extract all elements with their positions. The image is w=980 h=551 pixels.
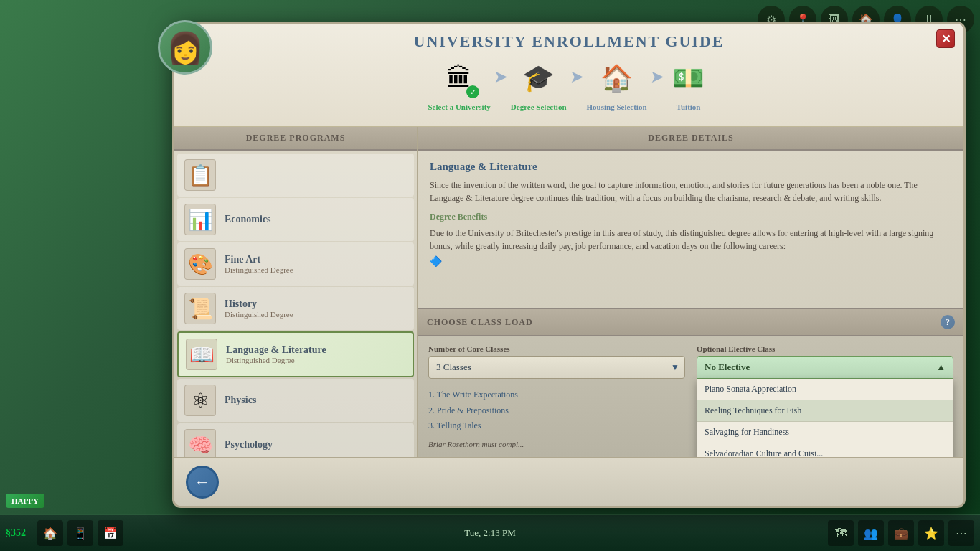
degree-psychology-name: Psychology <box>225 439 273 451</box>
step-tuition-icon: 💵 <box>667 57 710 100</box>
dialog-title: University Enrollment Guide <box>189 32 949 51</box>
degree-item-language-literature[interactable]: 📖 Language & Literature Distinguished De… <box>177 331 414 377</box>
taskbar-map-icon[interactable]: 🗺 <box>828 520 854 546</box>
step-tuition-label: Tuition <box>677 103 701 111</box>
back-button[interactable]: ← <box>186 466 219 499</box>
money-display: §352 <box>6 527 26 539</box>
elective-dropdown-container: No Elective ▲ Piano Sonata Appreciation … <box>697 356 953 379</box>
degree-item-physics[interactable]: ⚛ Physics <box>177 379 414 422</box>
mood-badge: HAPPY <box>6 494 44 508</box>
help-button[interactable]: ? <box>941 315 955 329</box>
step-select-university[interactable]: 🏛 ✓ Select a University <box>428 57 490 111</box>
degree-economics-name: Economics <box>225 214 271 225</box>
class-load-section: Choose Class Load ? Number of Core Class… <box>418 308 963 457</box>
avatar: 👩 <box>158 20 212 75</box>
step-university-icon: 🏛 ✓ <box>438 57 481 100</box>
elective-dropdown-selected[interactable]: No Elective ▲ <box>697 356 953 379</box>
step-housing[interactable]: 🏠 Housing Selection <box>587 57 647 111</box>
degree-benefits-text: Due to the University of Britechester's … <box>430 227 952 253</box>
step-check-icon: ✓ <box>466 85 479 98</box>
step-arrow-2: ➤ <box>570 67 584 87</box>
taskbar-social-icon[interactable]: 👥 <box>858 520 884 546</box>
taskbar: §352 🏠 📱 📅 Tue, 2:13 PM 🗺 👥 💼 ⭐ ⋯ <box>0 514 980 551</box>
elective-group: Optional Elective Class No Elective ▲ Pi… <box>697 344 953 379</box>
step-arrow-3: ➤ <box>650 67 664 87</box>
degree-item-unknown[interactable]: 📋 <box>177 154 414 197</box>
elective-arrow-up-icon: ▲ <box>936 362 946 373</box>
degree-detail-description: Since the invention of the written word,… <box>430 179 952 204</box>
elective-option-selvadoradian[interactable]: Selvadoradian Culture and Cuisi... <box>697 443 953 457</box>
step-degree-icon: 🎓 <box>517 57 560 100</box>
taskbar-clock: Tue, 2:13 PM <box>464 527 515 539</box>
step-university-label: Select a University <box>428 103 490 111</box>
dialog-header: University Enrollment Guide ✕ 🏛 ✓ Select… <box>174 24 963 127</box>
class-load-title: Choose Class Load <box>427 317 533 328</box>
degree-detail-name: Language & Literature <box>430 161 952 173</box>
degree-programs-title: Degree Programs <box>183 133 408 143</box>
degree-psychology-icon: 🧠 <box>184 429 216 457</box>
core-classes-value: 3 Classes <box>436 362 471 373</box>
degree-history-name: History <box>225 298 293 310</box>
step-degree-selection[interactable]: 🎓 Degree Selection <box>511 57 567 111</box>
degree-item-fine-art[interactable]: 🎨 Fine Art Distinguished Degree <box>177 242 414 286</box>
core-classes-dropdown[interactable]: 3 Classes <box>428 356 685 379</box>
elective-selected-value: No Elective <box>705 362 750 373</box>
elective-label: Optional Elective Class <box>697 344 953 353</box>
left-panel: Degree Programs 📋 📊 Economics 🎨 Fine Art <box>174 127 418 457</box>
degree-unknown-icon: 📋 <box>184 159 216 191</box>
bottom-navigation: ← <box>174 457 963 506</box>
close-button[interactable]: ✕ <box>936 29 955 48</box>
enrollment-dialog: University Enrollment Guide ✕ 🏛 ✓ Select… <box>172 22 966 508</box>
step-tuition[interactable]: 💵 Tuition <box>667 57 710 111</box>
class-load-body: Number of Core Classes 3 Classes ▼ Optio… <box>418 336 963 457</box>
degree-economics-icon: 📊 <box>184 204 216 235</box>
degree-fine-art-name: Fine Art <box>225 254 293 265</box>
degree-programs-header: Degree Programs <box>174 127 417 151</box>
taskbar-skills-icon[interactable]: ⭐ <box>918 520 944 546</box>
core-classes-label: Number of Core Classes <box>428 344 685 353</box>
degree-language-name: Language & Literature <box>226 344 326 356</box>
taskbar-calendar-icon[interactable]: 📅 <box>98 520 123 546</box>
degree-details-title: Degree Details <box>427 133 955 143</box>
back-arrow-icon: ← <box>194 473 210 491</box>
degree-benefits-title: Degree Benefits <box>430 212 952 222</box>
degree-fine-art-sub: Distinguished Degree <box>225 265 293 274</box>
degree-physics-name: Physics <box>225 395 256 406</box>
core-classes-group: Number of Core Classes 3 Classes ▼ <box>428 344 685 379</box>
degree-item-economics[interactable]: 📊 Economics <box>177 198 414 241</box>
degree-history-sub: Distinguished Degree <box>225 310 293 319</box>
class-load-header: Choose Class Load ? <box>418 309 963 336</box>
degree-item-history[interactable]: 📜 History Distinguished Degree <box>177 287 414 330</box>
career-icon: 🔷 <box>430 255 952 268</box>
degree-detail-content: Language & Literature Since the inventio… <box>418 151 963 308</box>
taskbar-home-icon[interactable]: 🏠 <box>37 520 63 546</box>
degree-fine-art-icon: 🎨 <box>184 248 216 280</box>
elective-dropdown-list: Piano Sonata Appreciation Reeling Techni… <box>697 379 953 457</box>
core-dropdown-wrapper: 3 Classes ▼ <box>428 356 685 379</box>
taskbar-phone-icon[interactable]: 📱 <box>67 520 93 546</box>
dialog-body: Degree Programs 📋 📊 Economics 🎨 Fine Art <box>174 127 963 457</box>
step-housing-label: Housing Selection <box>587 103 647 111</box>
taskbar-career-icon[interactable]: 💼 <box>888 520 914 546</box>
wizard-steps: 🏛 ✓ Select a University ➤ 🎓 Degree Selec… <box>189 51 949 120</box>
right-panel: Degree Details Language & Literature Sin… <box>418 127 963 457</box>
taskbar-right-icons: 🗺 👥 💼 ⭐ ⋯ <box>828 520 974 546</box>
step-degree-label: Degree Selection <box>511 103 567 111</box>
degree-history-icon: 📜 <box>184 293 216 324</box>
step-arrow-1: ➤ <box>494 67 508 87</box>
taskbar-icons: 🏠 📱 📅 <box>37 520 123 546</box>
elective-option-piano[interactable]: Piano Sonata Appreciation <box>697 379 953 400</box>
degree-details-header: Degree Details <box>418 127 963 151</box>
class-selectors: Number of Core Classes 3 Classes ▼ Optio… <box>428 344 953 379</box>
degree-physics-icon: ⚛ <box>184 385 216 416</box>
degree-language-icon: 📖 <box>186 339 217 370</box>
taskbar-extras-icon[interactable]: ⋯ <box>948 520 974 546</box>
degree-item-psychology[interactable]: 🧠 Psychology <box>177 423 414 457</box>
degree-language-sub: Distinguished Degree <box>226 356 326 364</box>
elective-option-reeling[interactable]: Reeling Techniques for Fish <box>697 400 953 422</box>
elective-option-salvaging[interactable]: Salvaging for Handiness <box>697 422 953 443</box>
degree-list: 📋 📊 Economics 🎨 Fine Art Distinguished D… <box>174 151 417 457</box>
step-housing-icon: 🏠 <box>595 57 639 100</box>
